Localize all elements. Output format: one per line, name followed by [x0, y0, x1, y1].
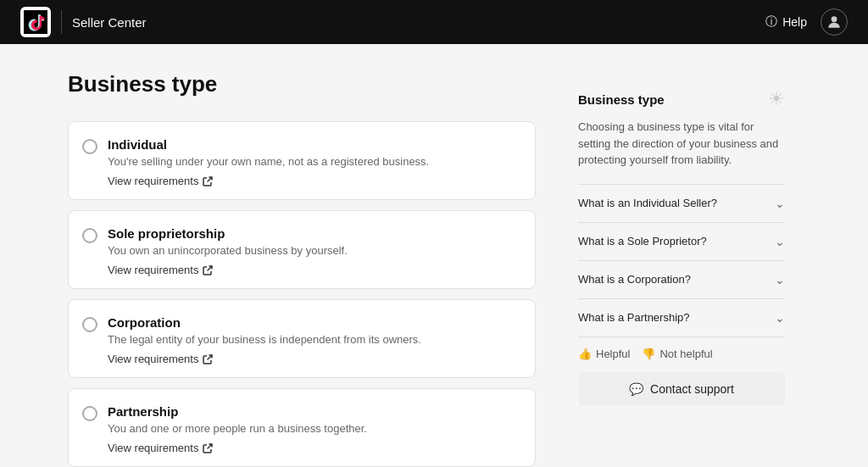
contact-support-button[interactable]: 💬 Contact support [578, 372, 785, 406]
help-circle-icon: ⓘ [765, 14, 777, 30]
logo-area: Seller Center [20, 7, 147, 37]
helpful-button[interactable]: 👍 Helpful [578, 347, 630, 360]
option-desc-corporation: The legal entity of your business is ind… [108, 333, 421, 346]
feedback-row: 👍 Helpful 👎 Not helpful [578, 336, 785, 369]
option-content-corporation: Corporation The legal entity of your bus… [108, 315, 421, 365]
info-box-header: Business type ☀ [578, 88, 785, 110]
view-requirements-sole-proprietorship[interactable]: View requirements [108, 264, 348, 276]
faq-item-individual-seller[interactable]: What is an Individual Seller? ⌄ [578, 184, 785, 222]
option-card-corporation[interactable]: Corporation The legal entity of your bus… [68, 299, 536, 378]
view-requirements-individual[interactable]: View requirements [108, 175, 429, 187]
right-panel: Business type ☀ Choosing a business type… [563, 71, 800, 467]
app-header: Seller Center ⓘ Help [0, 0, 868, 44]
option-title-partnership: Partnership [108, 404, 367, 419]
faq-list: What is an Individual Seller? ⌄ What is … [578, 184, 785, 336]
view-requirements-corporation[interactable]: View requirements [108, 353, 421, 365]
chevron-down-icon: ⌄ [775, 273, 785, 286]
option-title-corporation: Corporation [108, 315, 421, 330]
app-title: Seller Center [72, 15, 147, 30]
faq-item-partnership[interactable]: What is a Partnership? ⌄ [578, 298, 785, 336]
faq-label-sole-proprietor: What is a Sole Proprietor? [578, 235, 707, 247]
header-divider [61, 10, 62, 34]
info-box-title: Business type [578, 92, 665, 107]
business-type-options: Individual You're selling under your own… [68, 121, 536, 467]
option-content-sole-proprietorship: Sole proprietorship You own an unincorpo… [108, 226, 348, 276]
chevron-down-icon: ⌄ [775, 311, 785, 325]
option-content-partnership: Partnership You and one or more people r… [108, 404, 367, 454]
tiktok-logo-icon [20, 7, 51, 37]
option-desc-individual: You're selling under your own name, not … [108, 155, 429, 168]
faq-item-sole-proprietor[interactable]: What is a Sole Proprietor? ⌄ [578, 222, 785, 260]
help-button[interactable]: ⓘ Help [765, 14, 807, 30]
view-requirements-partnership[interactable]: View requirements [108, 442, 367, 454]
option-desc-sole-proprietorship: You own an unincorporated business by yo… [108, 244, 348, 257]
option-card-sole-proprietorship[interactable]: Sole proprietorship You own an unincorpo… [68, 210, 536, 289]
option-title-individual: Individual [108, 137, 429, 152]
thumbs-up-icon: 👍 [578, 347, 592, 360]
faq-label-individual-seller: What is an Individual Seller? [578, 197, 717, 209]
user-avatar[interactable] [821, 8, 848, 36]
radio-sole-proprietorship[interactable] [82, 228, 97, 243]
chat-icon: 💬 [629, 382, 643, 396]
radio-individual[interactable] [82, 139, 97, 154]
faq-label-partnership: What is a Partnership? [578, 311, 690, 324]
main-content: Business type Individual You're selling … [0, 44, 868, 467]
external-link-icon [202, 353, 213, 364]
info-box-description: Choosing a business type is vital for se… [578, 119, 785, 169]
option-card-partnership[interactable]: Partnership You and one or more people r… [68, 388, 536, 467]
option-card-individual[interactable]: Individual You're selling under your own… [68, 121, 536, 200]
header-actions: ⓘ Help [765, 8, 848, 36]
left-panel: Business type Individual You're selling … [68, 71, 536, 467]
faq-label-corporation: What is a Corporation? [578, 273, 691, 286]
chevron-down-icon: ⌄ [775, 197, 785, 210]
not-helpful-button[interactable]: 👎 Not helpful [642, 347, 712, 360]
option-content-individual: Individual You're selling under your own… [108, 137, 429, 187]
radio-partnership[interactable] [82, 406, 97, 421]
svg-point-1 [832, 16, 837, 22]
external-link-icon [202, 442, 213, 453]
chevron-down-icon: ⌄ [775, 235, 785, 248]
option-desc-partnership: You and one or more people run a busines… [108, 422, 367, 435]
external-link-icon [202, 264, 213, 275]
lightbulb-icon: ☀ [768, 88, 785, 110]
option-title-sole-proprietorship: Sole proprietorship [108, 226, 348, 241]
external-link-icon [202, 175, 213, 186]
radio-corporation[interactable] [82, 317, 97, 332]
info-box: Business type ☀ Choosing a business type… [563, 71, 800, 423]
faq-item-corporation[interactable]: What is a Corporation? ⌄ [578, 260, 785, 298]
page-title: Business type [68, 71, 536, 97]
thumbs-down-icon: 👎 [642, 347, 655, 360]
